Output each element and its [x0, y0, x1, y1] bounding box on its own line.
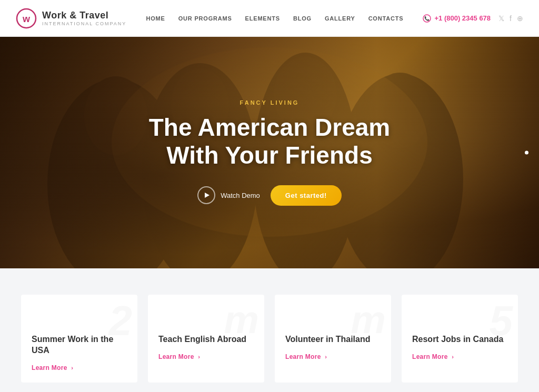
instagram-icon[interactable]: ⊕ [517, 14, 523, 23]
phone-number: +1 (800) 2345 678 [434, 14, 491, 22]
watch-demo-label: Watch Demo [221, 192, 260, 199]
header: w Work & Travel International Company HO… [0, 0, 539, 37]
facebook-icon[interactable]: f [510, 14, 512, 23]
cards-grid: 2 Summer Work in the USA Learn More › m … [21, 295, 518, 383]
hero-eyebrow: FANCY LIVING [240, 99, 300, 106]
nav-gallery[interactable]: GALLERY [325, 15, 355, 22]
social-icons: 𝕏 f ⊕ [498, 14, 523, 23]
hero-dot-1[interactable] [525, 151, 528, 155]
play-circle [197, 186, 215, 204]
watch-demo-button[interactable]: Watch Demo [197, 186, 260, 204]
logo-area: w Work & Travel International Company [16, 8, 126, 29]
card-summer-work: 2 Summer Work in the USA Learn More › [21, 295, 137, 383]
logo-title: Work & Travel [42, 10, 126, 21]
twitter-icon[interactable]: 𝕏 [498, 14, 504, 23]
card-watermark-2: m [224, 300, 259, 339]
main-nav: HOME OUR PROGRAMS ELEMENTS BLOG GALLERY … [146, 15, 404, 22]
card-title-3: Volunteer in Thailand [285, 334, 381, 345]
hero-buttons: Watch Demo Get started! [197, 185, 342, 206]
card-arrow-1: › [71, 365, 73, 371]
logo-subtitle: International Company [42, 21, 126, 26]
play-triangle-icon [205, 193, 209, 198]
phone-icon: 📞 [423, 14, 431, 23]
get-started-button[interactable]: Get started! [271, 185, 342, 206]
hero-slider-dots [525, 151, 528, 155]
hero-content: FANCY LIVING The American Dream With You… [0, 37, 539, 268]
card-resort-jobs: 5 Resort Jobs in Canada Learn More › [402, 295, 518, 383]
hero-section: FANCY LIVING The American Dream With You… [0, 37, 539, 268]
card-arrow-2: › [198, 354, 200, 360]
card-title-2: Teach English Abroad [158, 334, 254, 345]
header-right: 📞 +1 (800) 2345 678 𝕏 f ⊕ [423, 14, 523, 23]
hero-title-line1: The American Dream [149, 114, 390, 141]
card-arrow-4: › [452, 354, 454, 360]
hero-title-line2: With Your Friends [166, 142, 372, 169]
logo-text: Work & Travel International Company [42, 10, 126, 26]
phone-area: 📞 +1 (800) 2345 678 [423, 14, 491, 23]
card-link-1[interactable]: Learn More › [32, 364, 73, 371]
nav-elements[interactable]: ELEMENTS [245, 15, 280, 22]
hero-title: The American Dream With Your Friends [149, 114, 390, 169]
card-title-1: Summer Work in the USA [32, 334, 127, 356]
card-volunteer-thailand: m Volunteer in Thailand Learn More › [275, 295, 391, 383]
svg-text:w: w [22, 14, 31, 24]
card-link-3[interactable]: Learn More › [285, 353, 327, 360]
nav-programs[interactable]: OUR PROGRAMS [178, 15, 232, 22]
card-link-2[interactable]: Learn More › [158, 353, 200, 360]
card-teach-english: m Teach English Abroad Learn More › [148, 295, 264, 383]
cards-section: 2 Summer Work in the USA Learn More › m … [0, 268, 539, 392]
card-link-4[interactable]: Learn More › [412, 353, 454, 360]
card-arrow-3: › [325, 354, 327, 360]
nav-blog[interactable]: BLOG [293, 15, 312, 22]
logo-icon: w [16, 8, 37, 29]
card-watermark-3: m [351, 300, 386, 339]
card-title-4: Resort Jobs in Canada [412, 334, 507, 345]
nav-contacts[interactable]: CONTACTS [368, 15, 404, 22]
svg-text:📞: 📞 [424, 15, 430, 21]
nav-home[interactable]: HOME [146, 15, 165, 22]
